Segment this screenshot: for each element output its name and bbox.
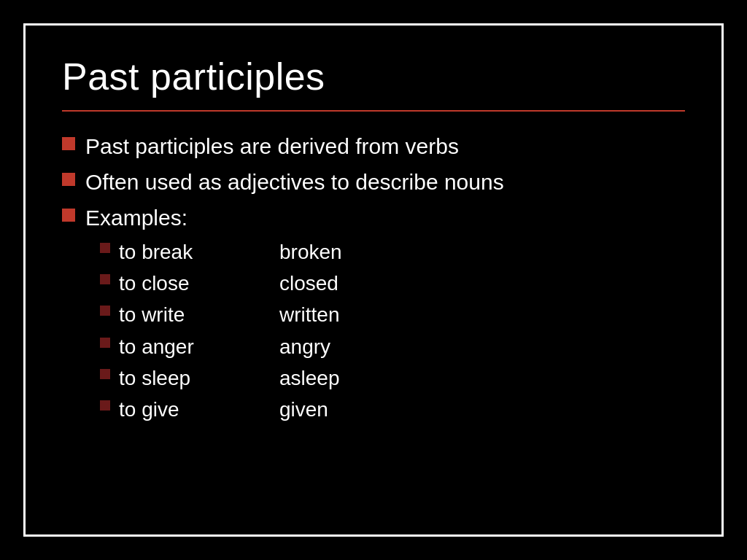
examples-list: to break broken to close closed to write…	[100, 238, 342, 424]
example-row-0: to break broken	[119, 238, 342, 266]
example-row-5: to give given	[119, 395, 328, 424]
verb-0: to break	[119, 238, 279, 266]
verb-3: to anger	[119, 332, 279, 361]
bullet-text-2: Often used as adjectives to describe nou…	[85, 168, 504, 196]
bullet-item-2: Often used as adjectives to describe nou…	[62, 168, 685, 196]
sub-bullet-square-2	[100, 306, 110, 316]
sub-bullet-square-4	[100, 369, 110, 379]
sub-bullet-square-0	[100, 243, 110, 253]
slide: Past participles Past participles are de…	[23, 23, 724, 537]
example-item-5: to give given	[100, 395, 342, 424]
example-item-1: to close closed	[100, 269, 342, 298]
verb-1: to close	[119, 269, 279, 298]
bullet-square-1	[62, 137, 75, 150]
sub-bullet-square-3	[100, 338, 110, 348]
bullet-square-3	[62, 209, 75, 222]
bullet-list: Past participles are derived from verbs …	[62, 132, 685, 424]
slide-title: Past participles	[62, 55, 685, 98]
example-item-2: to write written	[100, 300, 342, 329]
example-item-0: to break broken	[100, 238, 342, 266]
sub-bullet-square-1	[100, 274, 110, 284]
participle-5: given	[279, 395, 328, 424]
sub-bullet-square-5	[100, 400, 110, 411]
participle-0: broken	[279, 238, 342, 266]
bullet-text-3: Examples:	[85, 206, 187, 230]
verb-4: to sleep	[119, 364, 279, 392]
example-row-4: to sleep asleep	[119, 364, 340, 392]
example-item-4: to sleep asleep	[100, 364, 342, 392]
participle-2: written	[279, 300, 339, 329]
verb-2: to write	[119, 300, 279, 329]
participle-3: angry	[279, 332, 330, 361]
example-item-3: to anger angry	[100, 332, 342, 361]
example-row-1: to close closed	[119, 269, 338, 298]
title-divider	[62, 110, 685, 112]
participle-1: closed	[279, 269, 338, 298]
bullet-square-2	[62, 173, 75, 186]
example-row-3: to anger angry	[119, 332, 330, 361]
participle-4: asleep	[279, 364, 340, 392]
verb-5: to give	[119, 395, 279, 424]
example-row-2: to write written	[119, 300, 339, 329]
bullet-item-3: Examples: to break broken to close close…	[62, 203, 685, 424]
bullet-text-1: Past participles are derived from verbs	[85, 132, 459, 160]
bullet-item-1: Past participles are derived from verbs	[62, 132, 685, 160]
